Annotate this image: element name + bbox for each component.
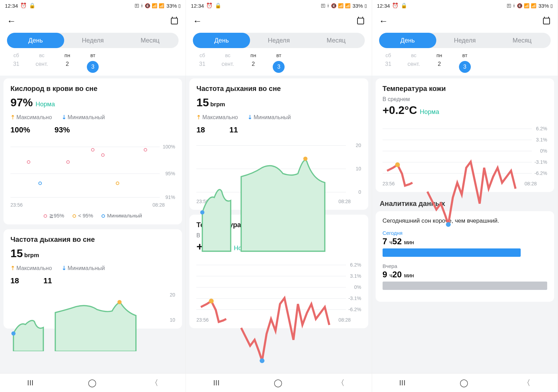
resp-chart: 20 10 0 xyxy=(196,141,361,197)
day-col-sat[interactable]: сб31 xyxy=(3,52,29,73)
resp-max-label: ⇡Максимально xyxy=(10,265,52,271)
spo2-norm: Норма xyxy=(36,101,55,108)
resp-card[interactable]: Частота дыхания во сне 15brpm ⇡Максималь… xyxy=(189,78,368,210)
phone-screen-1: 12:34⏰🔒 ⚿ᚼ🔇📶📶33%▯ ← День Неделя Месяц сб… xyxy=(0,0,186,392)
tab-month[interactable]: Месяц xyxy=(493,33,551,48)
svg-point-0 xyxy=(12,331,16,336)
resp-card-1[interactable]: Частота дыхания во сне 15brpm ⇡Максималь… xyxy=(3,229,182,329)
nav-recent[interactable]: III xyxy=(27,378,33,387)
calendar-button[interactable] xyxy=(542,17,551,25)
nav-back[interactable]: 〈 xyxy=(337,378,345,388)
resp-min-label: ⇣Минимальный xyxy=(62,265,105,271)
svg-point-3 xyxy=(303,156,308,161)
nav-home[interactable]: ◯ xyxy=(274,378,282,387)
spo2-max-val: 100% xyxy=(10,125,30,134)
phone-screen-2: 12:34⏰🔒 ⚿ᚼ🔇📶📶33%▯ ← День Неделя Месяц сб… xyxy=(186,0,372,392)
tab-week[interactable]: Неделя xyxy=(64,33,121,48)
scroll-content[interactable]: Частота дыхания во сне 15brpm ⇡Максималь… xyxy=(186,76,371,373)
tab-month[interactable]: Месяц xyxy=(121,33,179,48)
tab-month[interactable]: Месяц xyxy=(308,33,365,48)
day-col-mon[interactable]: пн2 xyxy=(54,52,80,73)
temp-chart: 6.2% 3.1% 0% -3.1% -6.2% xyxy=(196,259,361,315)
scroll-content[interactable]: Кислород в крови во сне 97%Норма ⇡Максим… xyxy=(0,76,186,373)
spo2-min-val: 93% xyxy=(54,125,70,134)
day-col-tue[interactable]: вт3 xyxy=(80,52,106,73)
nav-recent[interactable]: III xyxy=(213,378,219,387)
day-selector: сб31 вссент. пн2 вт3 xyxy=(0,48,186,76)
status-wifi-icon: 📶 xyxy=(152,3,157,8)
scroll-content[interactable]: Температура кожи В среднем +0.2°CНорма 6… xyxy=(372,76,558,373)
svg-point-4 xyxy=(209,299,214,303)
status-time: 12:34 xyxy=(5,3,18,9)
tab-week[interactable]: Неделя xyxy=(436,33,493,48)
period-tabs: День Неделя Месяц xyxy=(7,33,179,48)
resp-min-val: 11 xyxy=(43,276,52,285)
svg-point-1 xyxy=(118,300,122,304)
nav-home[interactable]: ◯ xyxy=(460,378,468,387)
status-vpn-icon: ⚿ xyxy=(135,3,139,8)
tab-day[interactable]: День xyxy=(7,33,64,48)
resp-max-val: 18 xyxy=(10,276,19,285)
status-bt-icon: ᚼ xyxy=(141,3,143,8)
spo2-card[interactable]: Кислород в крови во сне 97%Норма ⇡Максим… xyxy=(3,78,182,224)
today-bar xyxy=(383,248,521,257)
yesterday-sleep-value: 9 ч20 мин xyxy=(383,270,547,279)
back-button[interactable]: ← xyxy=(7,16,16,26)
arrow-up-icon: ⇡ xyxy=(10,265,15,271)
status-bar: 12:34⏰🔒 ⚿ᚼ🔇📶📶33%▯ xyxy=(0,0,186,11)
nav-recent[interactable]: III xyxy=(399,378,405,387)
spo2-title: Кислород в крови во сне xyxy=(10,85,175,93)
resp-value: 15brpm xyxy=(10,247,39,260)
svg-point-7 xyxy=(446,222,451,227)
status-bar: 12:34⏰🔒 ⚿ᚼ🔇📶📶33%▯ xyxy=(186,0,371,11)
temp-chart-3: 6.2% 3.1% 0% -3.1% -6.2% xyxy=(383,123,547,179)
resp-chart-partial: 20 10 xyxy=(10,292,175,323)
arrow-up-icon: ⇡ xyxy=(10,114,15,121)
status-mute-icon: 🔇 xyxy=(145,3,150,8)
back-button[interactable]: ← xyxy=(379,16,388,26)
arrow-down-icon: ⇣ xyxy=(62,114,66,121)
status-signal-icon: 📶 xyxy=(159,3,164,8)
spo2-legend: ≧95% < 95% Минимальный xyxy=(3,213,182,219)
svg-point-6 xyxy=(395,162,400,167)
phone-screen-3: 12:34⏰🔒 ⚿ᚼ🔇📶📶33%▯ ← День Неделя Месяц сб… xyxy=(372,0,558,392)
android-nav: III ◯ 〈 xyxy=(0,373,186,392)
app-header: ← xyxy=(0,11,186,31)
spo2-min-label: ⇣Минимальный xyxy=(62,114,105,121)
nav-home[interactable]: ◯ xyxy=(88,378,97,387)
svg-point-2 xyxy=(200,210,204,215)
spo2-chart: 100% 95% 91% xyxy=(10,141,175,200)
svg-point-5 xyxy=(260,358,265,363)
spo2-max-label: ⇡Максимально xyxy=(10,114,52,121)
yesterday-bar xyxy=(383,282,547,290)
spo2-value: 97% xyxy=(10,96,33,109)
nav-back[interactable]: 〈 xyxy=(523,378,530,388)
calendar-button[interactable] xyxy=(356,17,365,25)
day-col-sun[interactable]: вссент. xyxy=(29,52,54,73)
tab-day[interactable]: День xyxy=(379,33,436,48)
nav-back[interactable]: 〈 xyxy=(151,378,158,388)
resp-title: Частота дыхания во сне xyxy=(10,236,175,244)
status-battery: 33% xyxy=(166,3,177,9)
yesterday-label: Вчера xyxy=(383,263,547,269)
arrow-down-icon: ⇣ xyxy=(62,265,66,271)
battery-icon: ▯ xyxy=(178,3,181,8)
back-button[interactable]: ← xyxy=(193,16,202,26)
status-alarm-icon: ⏰ xyxy=(20,2,27,9)
tab-day[interactable]: День xyxy=(193,33,250,48)
temp-card-3[interactable]: Температура кожи В среднем +0.2°CНорма 6… xyxy=(376,78,554,192)
tab-week[interactable]: Неделя xyxy=(250,33,307,48)
calendar-button[interactable] xyxy=(170,17,179,25)
status-lock-icon: 🔒 xyxy=(29,2,36,9)
